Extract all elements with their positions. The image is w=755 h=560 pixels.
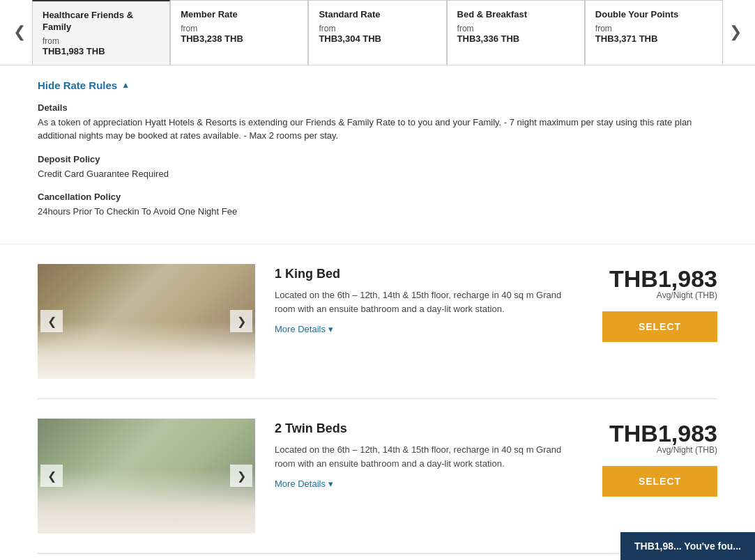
tab-from-label-healthcare: from [43, 36, 160, 46]
cancellation-section: Cancellation Policy 24hours Prior To Che… [38, 192, 717, 219]
details-label: Details [38, 102, 717, 113]
more-details-button-twin[interactable]: More Details ▾ [275, 479, 333, 489]
chevron-up-icon: ▲ [121, 80, 130, 90]
deposit-section: Deposit Policy Credit Card Guarantee Req… [38, 154, 717, 181]
room-image-next-twin[interactable]: ❯ [230, 465, 252, 487]
room-description-king: Located on the 6th – 12th, 14th & 15th f… [275, 288, 583, 316]
tab-price-double_points: THB3,371 THB [595, 33, 712, 44]
room-type-title-king: 1 King Bed [275, 267, 583, 281]
room-price-twin: THB1,983 [609, 421, 717, 445]
select-button-twin[interactable]: SELECT [602, 466, 717, 497]
tab-name-member: Member Rate [181, 9, 298, 21]
rate-tab-standard[interactable]: Standard Rate from THB3,304 THB [308, 0, 446, 65]
deposit-text: Credit Card Guarantee Required [38, 167, 717, 181]
bottom-notification-bar[interactable]: THB1,98... You've fou... [620, 532, 755, 554]
price-per-night-twin: Avg/Night (THB) [657, 445, 717, 455]
tab-price-healthcare: THB1,983 THB [43, 46, 160, 56]
tab-from-label-bed_breakfast: from [457, 24, 574, 33]
more-details-label-king: More Details [275, 324, 326, 334]
rate-rules-section: Hide Rate Rules ▲ Details As a token of … [0, 65, 755, 244]
room-description-twin: Located on the 6th – 12th, 14th & 15th f… [275, 443, 583, 471]
tab-name-healthcare: Healthcare Friends & Family [43, 10, 160, 33]
rate-tab-double_points[interactable]: Double Your Points from THB3,371 THB [585, 0, 723, 65]
select-button-king[interactable]: SELECT [602, 311, 717, 342]
room-image-next-king[interactable]: ❯ [230, 310, 252, 332]
room-type-title-twin: 2 Twin Beds [275, 421, 583, 436]
room-info-twin: 2 Twin Beds Located on the 6th – 12th, 1… [275, 419, 583, 489]
rate-tab-healthcare[interactable]: Healthcare Friends & Family from THB1,98… [32, 0, 170, 65]
more-details-button-king[interactable]: More Details ▾ [275, 324, 333, 334]
more-details-label-twin: More Details [275, 479, 326, 489]
details-text: As a token of appreciation Hyatt Hotels … [38, 116, 717, 143]
cancellation-label: Cancellation Policy [38, 192, 717, 202]
room-pricing-king: THB1,983 Avg/Night (THB) SELECT [602, 264, 717, 342]
rate-tab-member[interactable]: Member Rate from THB3,238 THB [170, 0, 308, 65]
room-image-twin: ❮ ❯ [38, 419, 255, 534]
rate-tabs-container: ❮ Healthcare Friends & Family from THB1,… [0, 0, 755, 65]
tab-price-bed_breakfast: THB3,336 THB [457, 33, 574, 44]
tab-name-double_points: Double Your Points [595, 9, 712, 21]
details-section: Details As a token of appreciation Hyatt… [38, 102, 717, 143]
prev-arrow[interactable]: ❮ [7, 20, 32, 45]
tab-price-standard: THB3,304 THB [319, 33, 436, 44]
tab-from-label-standard: from [319, 24, 436, 33]
chevron-down-icon-twin: ▾ [328, 479, 333, 489]
rate-tabs: Healthcare Friends & Family from THB1,98… [32, 0, 723, 65]
room-card-king: ❮ ❯ 1 King Bed Located on the 6th – 12th… [38, 244, 717, 399]
room-info-king: 1 King Bed Located on the 6th – 12th, 14… [275, 264, 583, 334]
room-image-prev-twin[interactable]: ❮ [40, 465, 63, 487]
tab-price-member: THB3,238 THB [181, 33, 298, 44]
deposit-label: Deposit Policy [38, 154, 717, 164]
room-pricing-twin: THB1,983 Avg/Night (THB) SELECT [602, 419, 717, 497]
tab-name-standard: Standard Rate [319, 9, 436, 21]
chevron-down-icon-king: ▾ [328, 324, 333, 334]
hide-rate-rules-label: Hide Rate Rules [38, 79, 117, 91]
room-card-twin: ❮ ❯ 2 Twin Beds Located on the 6th – 12t… [38, 399, 717, 554]
price-per-night-king: Avg/Night (THB) [657, 290, 717, 300]
next-arrow[interactable]: ❯ [723, 20, 748, 45]
room-image-prev-king[interactable]: ❮ [40, 310, 63, 332]
cancellation-text: 24hours Prior To Checkin To Avoid One Ni… [38, 205, 717, 219]
room-image-king: ❮ ❯ [38, 264, 255, 379]
tab-from-label-double_points: from [595, 24, 712, 33]
room-price-king: THB1,983 [609, 267, 717, 290]
tab-from-label-member: from [181, 24, 298, 33]
rate-tab-bed_breakfast[interactable]: Bed & Breakfast from THB3,336 THB [447, 0, 585, 65]
rooms-container: ❮ ❯ 1 King Bed Located on the 6th – 12th… [0, 244, 755, 554]
tab-name-bed_breakfast: Bed & Breakfast [457, 9, 574, 21]
hide-rate-rules-button[interactable]: Hide Rate Rules ▲ [38, 79, 717, 91]
